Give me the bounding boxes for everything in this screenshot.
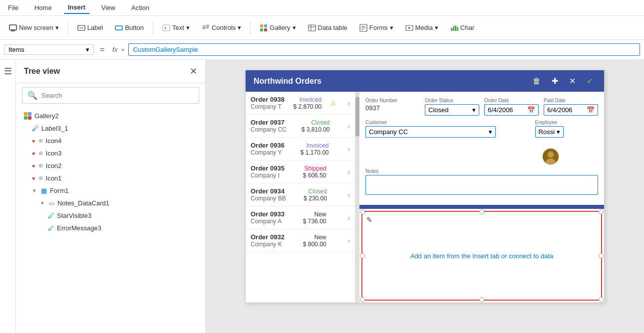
add-button[interactable]: ✚ xyxy=(549,75,561,87)
text-button[interactable]: T Text ▾ xyxy=(157,22,195,34)
svg-point-29 xyxy=(548,152,554,158)
order-chevron-0934: › xyxy=(347,191,350,199)
order-status-value: Closed xyxy=(428,106,448,114)
label-button[interactable]: Label xyxy=(72,22,108,34)
order-date-label: Order Date xyxy=(484,98,539,103)
close-button[interactable]: ✕ xyxy=(566,75,579,87)
order-info-0938: Order 0938 Company T xyxy=(251,96,285,110)
tree-item-icon3[interactable]: ♥ ⊕ Icon3 xyxy=(16,147,205,160)
icon1-plus: ⊕ xyxy=(38,175,43,181)
order-right-0933: New $ 736.00 xyxy=(303,211,326,225)
controls-button[interactable]: Controls ▾ xyxy=(197,22,246,34)
tree-item-starvisible[interactable]: 🖊 StarVisible3 xyxy=(16,209,205,222)
handle-mid-left[interactable] xyxy=(360,253,365,258)
menu-file[interactable]: File xyxy=(4,2,22,13)
handle-bot-left[interactable] xyxy=(360,297,365,302)
menu-insert[interactable]: Insert xyxy=(64,1,89,14)
order-row-0934[interactable]: Order 0934 Company BB Closed $ 230.00 › xyxy=(246,183,355,206)
svg-marker-23 xyxy=(408,27,411,29)
tree-item-label3[interactable]: 🖊 Label3_1 xyxy=(16,122,205,135)
tree-item-icon1[interactable]: ♥ ⊕ Icon1 xyxy=(16,172,205,184)
notes-textarea[interactable] xyxy=(365,175,598,195)
tree-item-notes-datacard[interactable]: ▼ ▭ Notes_DataCard1 xyxy=(16,197,205,209)
forms-button[interactable]: Forms ▾ xyxy=(354,22,398,34)
handle-top-mid[interactable] xyxy=(479,209,484,214)
employee-select[interactable]: Rossi ▾ xyxy=(535,126,564,138)
menu-view[interactable]: View xyxy=(97,2,119,13)
app-titlebar-actions: 🗑 ✚ ✕ ✔ xyxy=(530,75,596,87)
order-row-0935[interactable]: Order 0935 Company I Shipped $ 606.50 › xyxy=(246,161,355,183)
errormessage-label: ErrorMessage3 xyxy=(57,224,101,232)
tree-item-icon4[interactable]: ♥ ⊕ Icon4 xyxy=(16,135,205,147)
handle-top-left[interactable] xyxy=(360,209,365,214)
forms-label: Forms xyxy=(369,24,388,31)
icon2-plus: ⊕ xyxy=(38,163,43,169)
customer-chevron: ▾ xyxy=(489,128,492,136)
button-button[interactable]: Button xyxy=(110,22,149,34)
gallery-button[interactable]: Gallery ▾ xyxy=(255,22,301,34)
media-button[interactable]: Media ▾ xyxy=(400,22,443,34)
notes-field: Notes xyxy=(365,168,598,195)
order-info-0937: Order 0937 Company CC xyxy=(251,119,287,133)
order-status-select[interactable]: Closed ▾ xyxy=(425,104,479,116)
search-input[interactable] xyxy=(41,92,194,99)
handle-bot-mid[interactable] xyxy=(479,297,484,302)
tree-item-errormessage[interactable]: 🖊 ErrorMessage3 xyxy=(16,222,205,234)
order-chevron-0933: › xyxy=(347,214,350,222)
media-icon xyxy=(405,24,413,32)
tree-item-gallery2[interactable]: Gallery2 xyxy=(16,110,205,122)
order-row-0938[interactable]: Order 0938 Company T Invoiced $ 2,870.00… xyxy=(246,92,355,115)
selected-control[interactable]: ✎ Add an item from the Insert tab or con… xyxy=(361,211,602,301)
tree-item-form1[interactable]: ▼ ▦ Form1 xyxy=(16,184,205,197)
order-row-0937[interactable]: Order 0937 Company CC Closed $ 3,810.00 … xyxy=(246,115,355,138)
new-screen-label: New screen xyxy=(19,24,53,31)
order-row-0933[interactable]: Order 0933 Company A New $ 736.00 › xyxy=(246,206,355,229)
check-button[interactable]: ✔ xyxy=(584,75,596,87)
order-row-0936[interactable]: Order 0936 Company Y Invoiced $ 1,170.00… xyxy=(246,138,355,161)
icon3-icon: ♥ xyxy=(32,151,35,157)
scrollbar-thumb[interactable] xyxy=(355,97,359,137)
formula-input[interactable] xyxy=(128,43,640,56)
svg-point-7 xyxy=(203,27,205,29)
formula-bar: Items ▾ = fx ▾ xyxy=(0,40,644,60)
order-status-0937: Closed xyxy=(311,119,329,126)
detail-row-2: Customer Company CC ▾ Employee xyxy=(365,120,598,165)
insert-prompt: Add an item from the Insert tab or conne… xyxy=(410,252,553,260)
formula-name: Items xyxy=(8,46,24,53)
avatar-image xyxy=(543,149,559,165)
formula-name-box[interactable]: Items ▾ xyxy=(4,44,94,55)
order-date-picker[interactable]: 6/4/2006 📅 xyxy=(484,104,539,116)
tree-close-button[interactable]: ✕ xyxy=(190,66,197,77)
new-screen-button[interactable]: New screen ▾ xyxy=(4,22,64,34)
order-number-0934: Order 0934 xyxy=(251,187,286,195)
gallery2-label: Gallery2 xyxy=(34,112,58,120)
delete-button[interactable]: 🗑 xyxy=(530,75,544,87)
menu-home[interactable]: Home xyxy=(30,2,56,13)
sidebar-toggle[interactable]: ☰ xyxy=(0,60,16,333)
charts-button[interactable]: Char xyxy=(445,22,479,34)
controls-label: Controls xyxy=(212,24,236,31)
employee-avatar xyxy=(543,149,559,165)
svg-rect-0 xyxy=(9,25,16,30)
hamburger-icon: ☰ xyxy=(4,66,12,77)
menu-action[interactable]: Action xyxy=(127,2,153,13)
order-amount-0938: $ 2,870.00 xyxy=(293,103,322,110)
handle-top-right[interactable] xyxy=(599,209,604,214)
order-info-0933: Order 0933 Company A xyxy=(251,210,285,225)
tree-item-icon2[interactable]: ♥ ⊕ Icon2 xyxy=(16,160,205,172)
customer-select[interactable]: Company CC ▾ xyxy=(365,126,496,138)
list-scrollbar[interactable] xyxy=(355,92,359,303)
gallery-item-icon xyxy=(24,112,31,120)
order-right-0932: New $ 800.00 xyxy=(303,234,326,248)
employee-field: Employee Rossi ▾ xyxy=(501,120,598,165)
gallery-icon xyxy=(260,24,268,32)
order-row-0932[interactable]: Order 0932 Company K New $ 800.00 › xyxy=(246,229,355,252)
label-icon: 🖊 xyxy=(32,125,38,132)
paid-date-picker[interactable]: 6/4/2006 📅 xyxy=(544,104,598,116)
handle-mid-right[interactable] xyxy=(599,253,604,258)
order-number-0937: Order 0937 xyxy=(251,119,287,126)
data-table-button[interactable]: Data table xyxy=(303,22,352,34)
label-label: Label xyxy=(87,24,103,31)
order-detail-area: Order Number 0937 Order Status Closed ▾ xyxy=(359,92,604,303)
handle-bot-right[interactable] xyxy=(599,297,604,302)
